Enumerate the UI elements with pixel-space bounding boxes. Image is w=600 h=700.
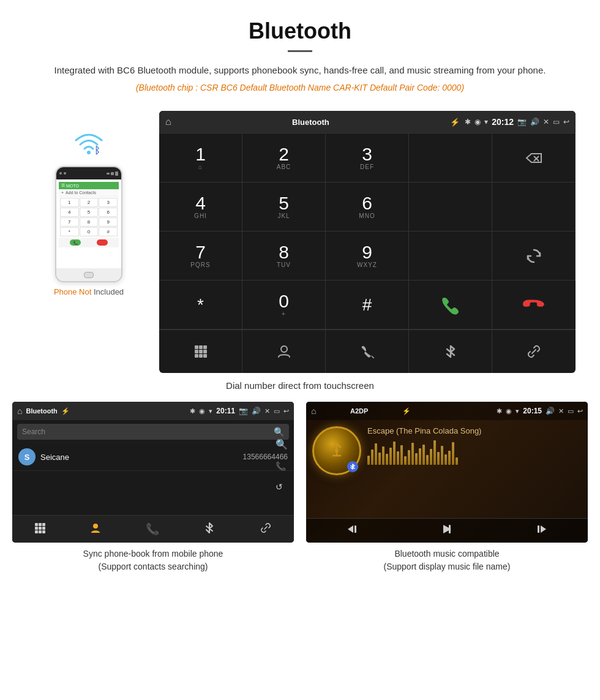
pb-bottom-grid[interactable]: [34, 522, 45, 536]
dial-key-7[interactable]: 7PQRS: [159, 231, 242, 280]
svg-rect-14: [35, 523, 38, 526]
svg-rect-19: [42, 527, 45, 530]
phone-top-bar: [56, 167, 121, 179]
dialpad-grid-icon[interactable]: [159, 330, 242, 373]
music-wifi-icon: ▾: [516, 407, 519, 415]
dial-key-hash[interactable]: #: [326, 280, 409, 329]
dialpad-screen: ⌂ Bluetooth ⚡ ✱ ◉ ▾ 20:12 📷 🔊 ✕ ▭ ↩ 1⌂ 2: [159, 111, 576, 373]
pb-bottom-contacts[interactable]: [89, 522, 102, 537]
svg-rect-22: [42, 530, 45, 533]
music-screenshot: ⌂ A2DP ⚡ ✱ ◉ ▾ 20:15 🔊 ✕ ▭ ↩: [306, 402, 588, 543]
svg-rect-9: [203, 350, 207, 353]
eq-bar-13: [411, 443, 414, 465]
music-vol-icon[interactable]: 🔊: [546, 407, 555, 415]
dial-key-5[interactable]: 5JKL: [242, 183, 326, 231]
phone-not-included-label: Phone Not Included: [54, 287, 124, 296]
phone-area: ᛒ ☰MOTO +Add to Contacts: [24, 111, 153, 296]
svg-rect-11: [199, 354, 203, 358]
eq-bar-1: [367, 456, 370, 465]
pb-contact-row[interactable]: S Seicane 13566664466: [12, 443, 294, 471]
wifi-status-icon: ▾: [484, 118, 488, 126]
eq-bar-15: [419, 448, 421, 465]
pb-back-icon[interactable]: ↩: [283, 407, 289, 415]
camera-icon[interactable]: 📷: [517, 118, 527, 126]
phonebook-caption: Sync phone-book from mobile phone (Suppo…: [83, 543, 223, 573]
music-play-pause-button[interactable]: [440, 522, 454, 539]
dial-key-1[interactable]: 1⌂: [159, 134, 242, 183]
pb-call-side-icon[interactable]: 📞: [276, 461, 288, 471]
signal-bar-2: [111, 172, 114, 175]
dialpad-bluetooth-icon[interactable]: [409, 330, 492, 373]
dial-key-2[interactable]: 2ABC: [242, 134, 326, 183]
home-icon[interactable]: ⌂: [165, 116, 171, 127]
pb-home-icon[interactable]: ⌂: [17, 406, 22, 416]
music-song-title: Escape (The Pina Colada Song): [367, 426, 582, 435]
pb-time: 20:11: [216, 407, 235, 415]
svg-text:ᛒ: ᛒ: [94, 145, 100, 156]
dial-key-4[interactable]: 4GHI: [159, 183, 242, 231]
pb-search-side-icon[interactable]: 🔍: [276, 438, 288, 450]
dial-key-0[interactable]: 0+: [242, 280, 326, 329]
pb-avatar: S: [18, 448, 36, 465]
dialpad-contacts-icon[interactable]: [242, 330, 326, 373]
music-caption-line1: Bluetooth music compatible: [384, 548, 511, 560]
music-prev-button[interactable]: [347, 522, 360, 539]
pb-bottom-link[interactable]: [260, 522, 272, 537]
svg-point-13: [281, 346, 287, 352]
dial-key-3[interactable]: 3DEF: [326, 134, 409, 183]
phone-key-1: 1: [60, 198, 79, 207]
phone-call-button: 📞: [70, 239, 81, 246]
dial-key-star[interactable]: *: [159, 280, 242, 329]
music-window-icon[interactable]: ▭: [568, 407, 574, 415]
dialpad-link-icon[interactable]: [492, 330, 576, 373]
signal-bar-3: [115, 171, 118, 176]
dial-empty-2: [409, 183, 492, 231]
pb-bottom-phone[interactable]: 📞: [146, 522, 159, 536]
usb-icon: ⚡: [450, 118, 460, 127]
phone-camera: [64, 172, 66, 175]
music-next-button[interactable]: [534, 522, 547, 539]
bottom-screenshots: ⌂ Bluetooth ⚡ ✱ ◉ ▾ 20:11 📷 🔊 ✕ ▭ ↩ Sear…: [0, 402, 600, 585]
phone-key-3: 3: [99, 198, 118, 207]
dial-key-6[interactable]: 6MNO: [326, 183, 409, 231]
location-icon: ◉: [474, 118, 481, 126]
dialpad-phone-icon[interactable]: [326, 330, 409, 373]
svg-rect-6: [203, 345, 207, 349]
music-close-icon[interactable]: ✕: [558, 407, 564, 415]
music-info: Escape (The Pina Colada Song): [367, 426, 582, 465]
music-home-icon[interactable]: ⌂: [311, 406, 316, 416]
pb-search-icon[interactable]: 🔍: [274, 427, 284, 437]
pb-vol-icon[interactable]: 🔊: [252, 407, 261, 415]
svg-rect-21: [39, 530, 42, 533]
dial-key-9[interactable]: 9WXYZ: [326, 231, 409, 280]
dial-key-8[interactable]: 8TUV: [242, 231, 326, 280]
svg-rect-28: [449, 525, 451, 533]
eq-bar-10: [400, 445, 403, 465]
window-icon[interactable]: ▭: [553, 118, 560, 126]
phonebook-screenshot: ⌂ Bluetooth ⚡ ✱ ◉ ▾ 20:11 📷 🔊 ✕ ▭ ↩ Sear…: [12, 402, 294, 543]
middle-section: ᛒ ☰MOTO +Add to Contacts: [0, 105, 600, 373]
pb-bottom-bt[interactable]: [203, 522, 216, 537]
dial-backspace[interactable]: [492, 134, 576, 183]
phone-key-2: 2: [80, 198, 99, 207]
pb-side-icons: 🔍 📞 ↺: [276, 438, 288, 492]
dial-empty-1: [409, 134, 492, 183]
header-section: Bluetooth Integrated with BC6 Bluetooth …: [0, 0, 600, 105]
close-icon[interactable]: ✕: [543, 118, 549, 126]
phone-key-6: 6: [99, 208, 118, 217]
eq-bar-23: [448, 451, 451, 465]
dial-call-button[interactable]: [409, 280, 492, 329]
music-album-art: [312, 426, 361, 475]
pb-window-icon[interactable]: ▭: [274, 407, 280, 415]
pb-search-bar[interactable]: Search 🔍: [17, 424, 289, 440]
signal-icon-wrap: ᛒ: [67, 129, 110, 163]
pb-refresh-side-icon[interactable]: ↺: [276, 482, 288, 492]
dial-end-button[interactable]: [492, 280, 576, 329]
pb-cam-icon[interactable]: 📷: [239, 407, 248, 415]
back-icon[interactable]: ↩: [563, 118, 569, 126]
volume-icon[interactable]: 🔊: [530, 118, 539, 126]
music-back-icon[interactable]: ↩: [577, 407, 583, 415]
dial-refresh[interactable]: [492, 231, 576, 280]
pb-close-icon[interactable]: ✕: [264, 407, 270, 415]
description-text: Integrated with BC6 Bluetooth module, su…: [24, 63, 576, 78]
